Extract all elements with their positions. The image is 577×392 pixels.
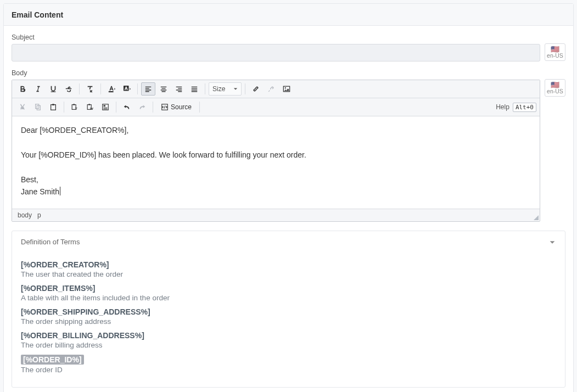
svg-rect-15	[104, 105, 106, 107]
align-center-button[interactable]	[156, 82, 171, 96]
subject-input[interactable]	[12, 44, 540, 61]
help-shortcut: Alt+0	[513, 103, 536, 112]
term-token[interactable]: [%ORDER_CREATOR%]	[21, 260, 556, 269]
term-description: A table with all the items included in t…	[21, 294, 556, 302]
bold-button[interactable]	[15, 82, 30, 96]
image-button[interactable]	[279, 82, 294, 96]
underline-button[interactable]	[46, 82, 60, 96]
subject-label: Subject	[12, 33, 540, 41]
svg-rect-9	[73, 104, 75, 105]
font-size-label: Size	[212, 85, 225, 93]
svg-rect-1	[123, 86, 128, 91]
chevron-down-icon	[548, 238, 556, 246]
toolbar-separator	[245, 83, 245, 94]
source-button[interactable]: Source	[156, 100, 196, 114]
term-item: [%ORDER_CREATOR%]The user that created t…	[21, 260, 556, 278]
term-item: [%ORDER_ID%]The order ID	[21, 355, 556, 374]
email-content-panel: Email Content Subject 🇺🇸 en-US Body	[3, 3, 574, 392]
redo-button[interactable]	[135, 100, 149, 114]
language-code: en-US	[547, 52, 563, 59]
terms-title: Definition of Terms	[21, 238, 80, 246]
panel-header: Email Content	[4, 4, 573, 26]
remove-format-button[interactable]	[83, 82, 97, 96]
align-right-button[interactable]	[172, 82, 186, 96]
unlink-button[interactable]	[264, 82, 278, 96]
chevron-down-icon	[233, 87, 238, 91]
paste-word-button[interactable]: W	[83, 100, 97, 114]
toolbar-separator	[205, 83, 205, 94]
svg-rect-7	[52, 104, 54, 105]
elements-path-body[interactable]: body	[18, 211, 32, 219]
term-item: [%ORDER_BILLING_ADDRESS%]The order billi…	[21, 331, 556, 349]
editor-toolbar-row2: T W Source	[12, 98, 540, 116]
terms-header[interactable]: Definition of Terms	[12, 231, 565, 253]
undo-button[interactable]	[120, 100, 134, 114]
source-label: Source	[171, 103, 192, 111]
term-item: [%ORDER_ITEMS%]A table with all the item…	[21, 284, 556, 302]
background-color-button[interactable]	[120, 82, 134, 96]
term-item: [%ORDER_SHIPPING_ADDRESS%]The order ship…	[21, 307, 556, 326]
paste-text-button[interactable]: T	[68, 100, 82, 114]
copy-button[interactable]	[31, 100, 45, 114]
align-left-button[interactable]	[141, 82, 155, 96]
svg-text:T: T	[75, 107, 77, 110]
paste-button[interactable]	[46, 100, 60, 114]
term-token[interactable]: [%ORDER_SHIPPING_ADDRESS%]	[21, 307, 556, 316]
editor-line: Jane Smith	[21, 187, 59, 196]
cut-button[interactable]	[15, 100, 30, 114]
editor-line: Best,	[21, 173, 531, 186]
term-description: The order billing address	[21, 341, 556, 349]
terms-body: [%ORDER_CREATOR%]The user that created t…	[12, 253, 565, 387]
language-code: en-US	[547, 88, 563, 94]
term-description: The order shipping address	[21, 317, 556, 326]
resize-handle[interactable]	[534, 215, 539, 220]
svg-point-3	[285, 87, 286, 88]
text-color-button[interactable]	[104, 82, 119, 96]
text-caret	[60, 187, 60, 195]
body-language-button[interactable]: 🇺🇸 en-US	[545, 79, 565, 97]
svg-rect-6	[51, 105, 56, 110]
term-description: The order ID	[21, 366, 556, 374]
toolbar-separator	[153, 102, 153, 113]
body-label: Body	[12, 69, 540, 77]
svg-rect-16	[104, 108, 108, 108]
toolbar-separator	[79, 83, 80, 94]
editor-toolbar-row1: Size	[12, 80, 540, 98]
toolbar-separator	[100, 83, 101, 94]
term-token[interactable]: [%ORDER_BILLING_ADDRESS%]	[21, 331, 556, 340]
svg-rect-17	[104, 109, 108, 109]
term-token[interactable]: [%ORDER_ID%]	[21, 355, 84, 365]
editor-content-area[interactable]: Dear [%ORDER_CREATOR%], Your [%ORDER_ID%…	[12, 116, 540, 209]
svg-rect-0	[108, 91, 113, 92]
font-size-select[interactable]: Size	[209, 82, 242, 96]
editor-line: Dear [%ORDER_CREATOR%],	[21, 124, 531, 136]
strikethrough-button[interactable]	[61, 82, 76, 96]
editor-line: Your [%ORDER_ID%] has been placed. We lo…	[21, 149, 531, 161]
source-icon	[161, 103, 169, 111]
subject-language-button[interactable]: 🇺🇸 en-US	[545, 43, 565, 61]
rich-text-editor: Size	[12, 80, 540, 222]
link-button[interactable]	[249, 82, 263, 96]
toolbar-separator	[64, 102, 64, 113]
definition-of-terms-card: Definition of Terms [%ORDER_CREATOR%]The…	[12, 231, 565, 388]
svg-rect-12	[88, 104, 90, 105]
toolbar-separator	[199, 102, 200, 113]
term-description: The user that created the order	[21, 270, 556, 278]
editor-status-bar: body p	[12, 209, 540, 221]
help-label[interactable]: Help	[496, 103, 509, 111]
toolbar-separator	[137, 83, 138, 94]
toolbar-separator	[116, 102, 116, 113]
term-token[interactable]: [%ORDER_ITEMS%]	[21, 284, 556, 293]
templates-button[interactable]	[98, 100, 113, 114]
svg-text:W: W	[90, 107, 93, 110]
align-justify-button[interactable]	[187, 82, 201, 96]
italic-button[interactable]	[31, 82, 45, 96]
panel-title: Email Content	[12, 10, 565, 19]
elements-path-p[interactable]: p	[37, 211, 41, 219]
